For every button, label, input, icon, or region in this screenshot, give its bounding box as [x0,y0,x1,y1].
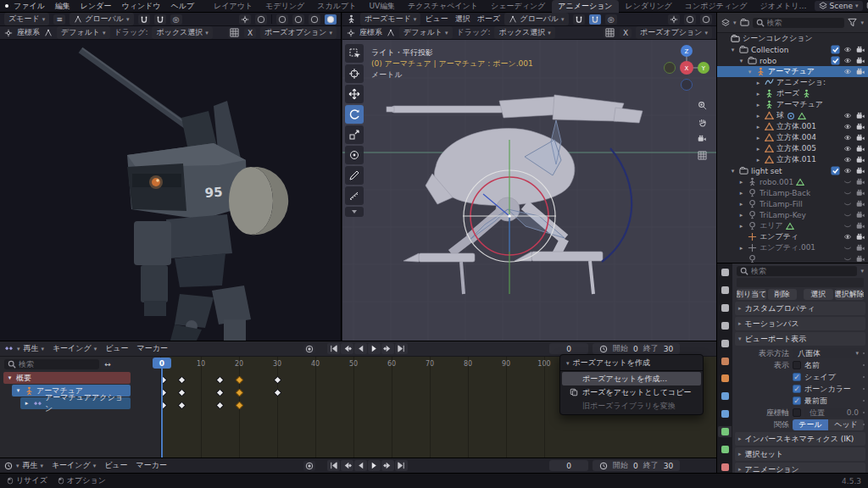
disclosure-open-icon[interactable]: ▾ [746,69,754,75]
editor-type-icon[interactable] [721,19,730,27]
camera-icon[interactable] [855,200,865,208]
channel-search[interactable] [4,359,99,369]
outliner-row-robo.001[interactable]: ▸robo.001 [717,176,868,187]
menubar-item[interactable]: レンダー [75,1,117,12]
workspace-tab-シェーディング[interactable]: シェーディング [485,0,551,13]
viewport-right-canvas[interactable]: ライト・平行投影 (0) アーマチュア | アーマチュア : ボーン.001 メ… [342,40,716,341]
channel-アーマチュアアクション[interactable]: ▸アーマチュアアクション [20,397,131,409]
disclosure-open-icon[interactable]: ▾ [729,168,737,175]
editor-type-icon[interactable] [4,344,14,353]
keyframe-f15[interactable] [216,402,225,410]
keyframe-f5[interactable] [178,376,186,385]
properties-tab-object-data[interactable] [718,426,732,437]
cursor-tool-button[interactable] [345,64,364,83]
axes-checkbox[interactable] [793,408,801,417]
select-box-tool-button[interactable] [345,44,364,63]
workspace-tab-モデリング[interactable]: モデリング [259,0,310,13]
disclosure-closed-icon[interactable]: ▸ [754,146,762,152]
properties-tab-object[interactable] [718,374,732,385]
falloff-dropdown[interactable]: デフォルト▾ [399,26,453,39]
skip-end-button[interactable] [395,343,408,354]
shading-rendered-icon[interactable] [325,14,337,25]
eye-closed-icon[interactable] [843,178,853,186]
outliner-row-エンプティ[interactable]: エンプティ [717,231,868,242]
camera-icon[interactable] [855,167,865,175]
deselect-button[interactable]: 選択解除 [835,289,865,300]
outliner-row-ポーズ[interactable]: ▸ポーズ [717,88,868,99]
disclosure-open-icon[interactable]: ▾ [729,47,737,53]
annotate-tool-button[interactable] [345,166,364,185]
properties-tab-scene[interactable] [718,338,732,349]
properties-tab-physics[interactable] [718,408,732,419]
skip-start-button[interactable] [327,343,340,354]
keyframe-f20[interactable] [235,376,243,385]
popup-item[interactable]: ポーズアセットを作成... [562,372,701,385]
camera-icon[interactable] [855,145,865,153]
mode-dropdown[interactable]: ズモード▾ [4,13,49,25]
in-front-checkbox[interactable]: ✓ [793,396,801,405]
frame-range-fields[interactable]: 開始 0 終了 30 [593,460,680,471]
outliner-row-エンプティ.001[interactable]: ▸エンプティ.001 [717,242,868,253]
scale-tool-button[interactable] [345,125,364,144]
eye-icon[interactable] [843,156,853,164]
key-next-button[interactable] [381,460,394,471]
camera-icon[interactable] [855,233,865,241]
skip-start-button[interactable] [327,460,340,471]
display-mode-icon[interactable] [740,18,749,27]
frame-range-fields[interactable]: 開始 0 終了 30 [593,343,680,354]
zoom-icon[interactable] [698,101,707,112]
camera-icon[interactable] [855,112,865,120]
outliner-row-立方体.005[interactable]: ▸立方体.005 [717,143,868,154]
menubar-item[interactable]: 編集 [50,1,75,12]
shapes-checkbox[interactable]: ✓ [793,373,801,381]
mirror-icon[interactable] [604,28,615,38]
eye-icon[interactable] [843,233,853,241]
camera-view-icon[interactable] [697,135,707,145]
properties-tab-output[interactable] [718,302,732,313]
panel-viewport-display[interactable]: ▾ビューポート表示 [735,332,865,346]
outliner-row[interactable] [717,253,868,263]
camera-icon[interactable] [855,134,865,142]
workspace-tab-レイアウト[interactable]: レイアウト [208,0,259,13]
move-tool-button[interactable] [345,85,364,103]
properties-tab-modifiers[interactable] [718,391,732,402]
eye-icon[interactable] [843,145,853,152]
channel-search-input[interactable] [19,360,96,369]
eye-closed-icon[interactable] [843,211,853,219]
outliner-row-TriLamp-Back[interactable]: ▸TriLamp-Back [717,187,868,198]
menu-キーイング[interactable]: キーイング ▾ [52,460,96,471]
head-toggle[interactable]: ヘッド [828,419,864,430]
panel-custom-properties[interactable]: ▸カスタムプロパティ [735,302,865,315]
xray-icon[interactable] [700,14,712,25]
tail-toggle[interactable]: テール [793,419,828,430]
ortho-toggle-icon[interactable] [698,151,707,162]
outliner-row-立方体.001[interactable]: ▸立方体.001 [717,121,868,132]
camera-icon[interactable] [855,244,865,252]
keyframe-f30[interactable] [273,376,281,385]
shading-material-icon[interactable] [309,14,320,25]
overlays-icon[interactable] [684,14,696,25]
camera-icon[interactable] [855,211,865,219]
bone-colors-checkbox[interactable]: ✓ [793,385,801,393]
current-frame-badge[interactable]: 0 [153,358,171,369]
disclosure-closed-icon[interactable]: ▸ [737,245,745,252]
snap-icon[interactable] [138,14,150,25]
disclosure-closed-icon[interactable]: ▸ [754,80,762,86]
outliner-row-アニメーショ:[interactable]: ▸アニメーショ: [717,77,868,88]
magnet-icon[interactable] [589,14,601,25]
current-frame-field[interactable]: 0 [549,343,588,354]
play-reverse-button[interactable] [354,460,367,471]
eye-icon[interactable] [843,167,853,175]
menu-再生[interactable]: 再生 ▾ [23,460,43,471]
properties-tab-world[interactable] [718,356,732,367]
name-checkbox[interactable] [793,361,801,369]
viewport-menu-選択[interactable]: 選択 [455,14,470,25]
remove-button[interactable]: 削除 [768,289,798,300]
drag-mode-dropdown[interactable]: ボックス選択▾ [152,26,212,39]
auto-key-icon[interactable] [303,344,315,354]
checkbox-icon[interactable] [831,56,840,65]
measure-tool-button[interactable] [345,186,364,205]
panel-ik[interactable]: ▸インバースキネマティクス (IK) [735,432,865,446]
overlays-icon[interactable] [255,14,267,25]
camera-icon[interactable] [855,46,865,54]
